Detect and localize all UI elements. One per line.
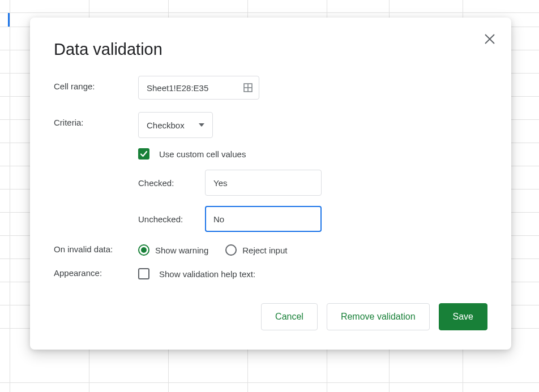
checked-input[interactable] <box>205 170 322 196</box>
unchecked-input[interactable] <box>205 206 322 232</box>
on-invalid-label: On invalid data: <box>54 244 138 254</box>
show-help-text-checkbox[interactable] <box>138 268 149 279</box>
checked-label: Checked: <box>138 178 205 188</box>
dialog-buttons: Cancel Remove validation Save <box>54 303 487 330</box>
save-button[interactable]: Save <box>439 303 487 330</box>
remove-validation-button[interactable]: Remove validation <box>327 303 430 330</box>
close-button[interactable] <box>481 30 499 48</box>
cancel-button[interactable]: Cancel <box>261 303 318 330</box>
cell-range-label: Cell range: <box>54 76 138 91</box>
use-custom-values-row: Use custom cell values <box>138 148 487 160</box>
appearance-label: Appearance: <box>54 268 138 278</box>
criteria-value: Checkbox <box>147 120 194 130</box>
radio-show-warning[interactable]: Show warning <box>138 244 208 256</box>
use-custom-values-label: Use custom cell values <box>159 149 246 159</box>
data-validation-dialog: Data validation Cell range: Sheet1!E28:E… <box>30 18 511 350</box>
cell-range-row: Cell range: Sheet1!E28:E35 <box>54 76 487 100</box>
appearance-row: Appearance: Show validation help text: <box>54 268 487 279</box>
radio-icon <box>138 244 149 256</box>
chevron-down-icon <box>199 123 204 127</box>
grid-icon <box>243 83 253 93</box>
radio-reject-input-label: Reject input <box>242 245 287 255</box>
show-help-text-label: Show validation help text: <box>159 269 255 279</box>
radio-icon <box>225 244 237 256</box>
on-invalid-row: On invalid data: Show warning Reject inp… <box>54 244 487 256</box>
close-icon <box>485 34 495 44</box>
dialog-title: Data validation <box>54 40 487 59</box>
appearance-option: Show validation help text: <box>138 268 255 279</box>
check-icon <box>140 150 148 158</box>
unchecked-label: Unchecked: <box>138 214 205 224</box>
criteria-label: Criteria: <box>54 112 138 127</box>
on-invalid-options: Show warning Reject input <box>138 244 287 256</box>
checked-value-row: Checked: <box>138 170 487 196</box>
radio-reject-input[interactable]: Reject input <box>225 244 287 256</box>
use-custom-values-checkbox[interactable] <box>138 148 149 160</box>
criteria-row: Criteria: Checkbox Use custom cell value… <box>54 112 487 232</box>
cell-range-input[interactable]: Sheet1!E28:E35 <box>138 76 259 100</box>
criteria-select[interactable]: Checkbox <box>138 112 213 138</box>
unchecked-value-row: Unchecked: <box>138 206 487 232</box>
radio-show-warning-label: Show warning <box>155 245 208 255</box>
cell-range-value: Sheet1!E28:E35 <box>147 83 237 93</box>
